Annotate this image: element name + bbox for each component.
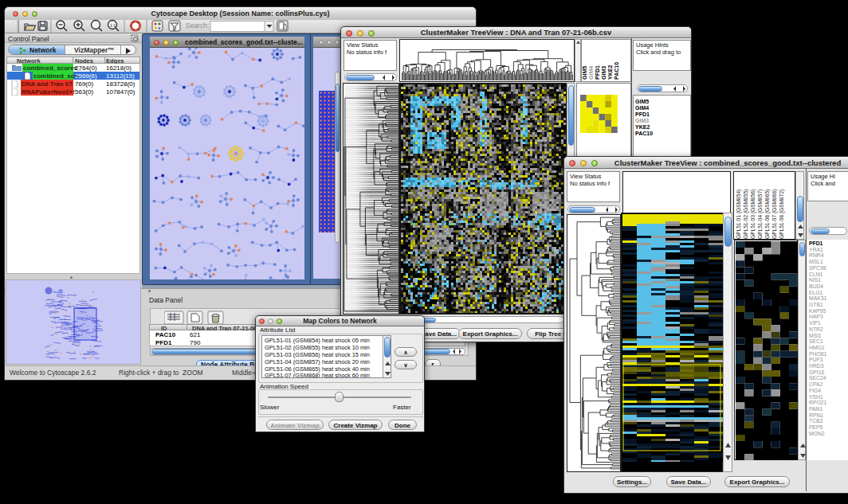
svg-text:PHO81: PHO81 (809, 351, 827, 357)
svg-text:GIM4: GIM4 (635, 105, 649, 111)
svg-text:RNR4: RNR4 (809, 252, 824, 258)
svg-text:PFD1: PFD1 (595, 65, 600, 80)
svg-text:GIM3: GIM3 (635, 118, 649, 123)
svg-text:MSI1: MSI1 (809, 333, 822, 338)
svg-text:GIM5: GIM5 (635, 99, 649, 104)
svg-text:GPL51-03 (GSM856): GPL51-03 (GSM856) (750, 189, 756, 239)
svg-text:PFD1: PFD1 (635, 111, 650, 117)
svg-text:1:1: 1:1 (110, 23, 116, 28)
svg-text:GIM5: GIM5 (582, 66, 587, 80)
svg-text:MAK31: MAK31 (809, 295, 827, 301)
svg-text:PFD1: PFD1 (809, 240, 823, 246)
svg-text:GPL51-07 (GSM868): GPL51-07 (GSM868) (771, 189, 778, 239)
svg-text:RPN1: RPN1 (809, 412, 823, 418)
svg-text:HAP3: HAP3 (809, 314, 823, 319)
svg-text:FIG4: FIG4 (809, 388, 821, 393)
svg-text:CLN1: CLN1 (809, 272, 823, 277)
svg-text:SEC24: SEC24 (809, 375, 826, 381)
svg-text:PAC10: PAC10 (614, 62, 619, 80)
svg-text:BUD4: BUD4 (809, 283, 823, 289)
svg-text:MON2: MON2 (809, 431, 825, 436)
svg-text:GPL51-02 (GSM855): GPL51-02 (GSM855) (743, 189, 749, 239)
svg-text:PUF3: PUF3 (809, 357, 823, 362)
svg-text:SPC98: SPC98 (809, 265, 826, 271)
svg-text:YSH1: YSH1 (809, 394, 823, 400)
svg-text:GPL51-06 (GSM865): GPL51-06 (GSM865) (764, 189, 771, 239)
svg-text:PAC10: PAC10 (635, 131, 653, 136)
svg-text:HRD3: HRD3 (809, 363, 824, 369)
svg-text:MSL1: MSL1 (809, 259, 823, 264)
svg-text:HMG1: HMG1 (809, 345, 825, 350)
svg-text:NIS1: NIS1 (809, 277, 821, 283)
svg-text:RPO21: RPO21 (809, 400, 827, 405)
svg-text:GIM4: GIM4 (588, 66, 594, 80)
svg-text:NTR2: NTR2 (809, 326, 823, 332)
svg-text:ELG1: ELG1 (809, 290, 823, 295)
svg-text:YKE2: YKE2 (607, 65, 613, 80)
svg-text:GPL51-01 (GSM854): GPL51-01 (GSM854) (736, 189, 742, 239)
svg-text:SEC1: SEC1 (809, 338, 823, 344)
svg-text:Search:: Search: (186, 21, 209, 29)
svg-text:KAP95: KAP95 (809, 308, 826, 314)
svg-text:YRA1: YRA1 (809, 247, 823, 252)
svg-text:GPL51-08 (GSM872): GPL51-08 (GSM872) (779, 189, 785, 239)
svg-text:GIM3: GIM3 (601, 66, 607, 80)
svg-text:TCB3: TCB3 (809, 418, 823, 424)
svg-text:GPI16: GPI16 (809, 369, 824, 375)
svg-text:PEP5: PEP5 (809, 424, 823, 430)
svg-text:GTB1: GTB1 (809, 302, 823, 307)
svg-text:CPA2: CPA2 (809, 381, 822, 387)
svg-text:GPL51-04 (GSM857): GPL51-04 (GSM857) (757, 189, 764, 239)
svg-text:PAN1: PAN1 (809, 406, 822, 412)
svg-text:YKE2: YKE2 (635, 124, 650, 130)
svg-text:VIP1: VIP1 (809, 320, 821, 326)
